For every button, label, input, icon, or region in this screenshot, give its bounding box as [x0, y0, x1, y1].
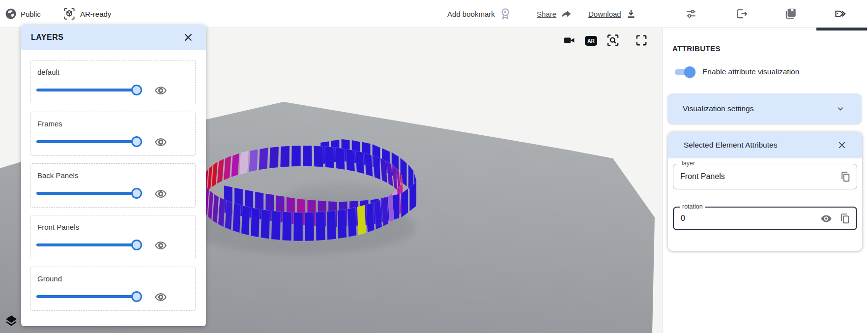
- svg-text:AR: AR: [587, 38, 595, 44]
- attributes-panel: ATTRIBUTES Enable attribute visualizatio…: [662, 28, 868, 333]
- layer-item: Front Panels: [30, 215, 196, 259]
- layer-name: Front Panels: [37, 223, 79, 231]
- selected-card-header: Selected Element Attributes: [668, 132, 862, 158]
- close-icon: [183, 32, 194, 43]
- layer-list: defaultFramesBack PanelsFront PanelsGrou…: [30, 60, 196, 318]
- toggle-knob: [684, 66, 695, 78]
- layer-name: Ground: [37, 274, 62, 283]
- add-bookmark-button[interactable]: Add bookmark: [447, 0, 512, 28]
- field-label: rotation: [680, 203, 705, 210]
- ar-ready-label: AR-ready: [80, 10, 111, 18]
- field-value: Front Panels: [680, 172, 725, 181]
- slider-track: [36, 295, 140, 298]
- layer-opacity-slider[interactable]: [36, 186, 150, 200]
- slider-track: [36, 89, 140, 91]
- layer-item: Ground: [30, 267, 196, 311]
- attribute-visualization-toggle-row: Enable attribute visualization: [674, 65, 799, 78]
- layers-close-button[interactable]: [182, 31, 194, 43]
- close-icon: [837, 140, 847, 150]
- active-tab-indicator: [816, 28, 867, 30]
- share-arrow-icon: [560, 8, 572, 20]
- visibility-eye-icon[interactable]: [154, 136, 167, 149]
- visibility-eye-icon[interactable]: [154, 187, 167, 200]
- view-settings-button[interactable]: [684, 7, 698, 21]
- video-camera-icon: [563, 34, 576, 47]
- share-label: Share: [537, 10, 556, 18]
- layer-name: Back Panels: [37, 171, 78, 180]
- slider-thumb[interactable]: [131, 240, 142, 250]
- copy-icon[interactable]: [839, 212, 851, 225]
- ar-cube-icon: [62, 7, 76, 21]
- tags-icon: [834, 7, 848, 21]
- layer-item: Frames: [30, 112, 196, 156]
- topbar: Public AR-ready Add bookmark Share: [0, 0, 868, 28]
- attributes-panel-title: ATTRIBUTES: [672, 44, 721, 53]
- slider-thumb[interactable]: [131, 291, 142, 302]
- visibility-eye-icon[interactable]: [154, 239, 167, 252]
- layer-opacity-slider[interactable]: [36, 135, 150, 149]
- download-icon: [625, 8, 637, 20]
- selected-element-attributes-card: Selected Element Attributes layerFront P…: [668, 132, 862, 251]
- layer-item: default: [30, 60, 196, 104]
- layers-panel: LAYERS defaultFramesBack PanelsFront Pan…: [21, 25, 206, 326]
- layers-toggle-button[interactable]: [4, 313, 19, 328]
- visualization-settings-expander[interactable]: Visualization settings: [667, 93, 862, 124]
- add-bookmark-label: Add bookmark: [447, 10, 495, 18]
- toggle-label: Enable attribute visualization: [702, 67, 799, 76]
- selected-card-title: Selected Element Attributes: [684, 141, 777, 150]
- slider-track: [36, 192, 140, 195]
- visualization-settings-label: Visualization settings: [683, 104, 753, 113]
- download-label: Download: [588, 10, 621, 18]
- slider-thumb[interactable]: [131, 188, 142, 199]
- layer-opacity-slider[interactable]: [36, 238, 150, 252]
- copy-icon[interactable]: [839, 170, 852, 183]
- attribute-visualization-toggle[interactable]: [674, 65, 695, 78]
- slider-thumb[interactable]: [131, 136, 142, 147]
- export-button[interactable]: [735, 7, 749, 21]
- export-icon: [735, 7, 748, 20]
- layer-opacity-slider[interactable]: [36, 290, 150, 303]
- layers-panel-title: LAYERS: [31, 33, 63, 42]
- saved-views-button[interactable]: [784, 7, 798, 21]
- download-link[interactable]: Download: [588, 0, 637, 28]
- attribute-field-layer[interactable]: layerFront Panels: [673, 164, 857, 189]
- layers-panel-header: LAYERS: [21, 25, 206, 50]
- record-camera-button[interactable]: [562, 33, 576, 47]
- bookmark-badge-icon: [499, 7, 512, 20]
- share-link[interactable]: Share: [537, 0, 572, 28]
- chevron-down-icon: [836, 104, 845, 113]
- ar-mode-button[interactable]: AR: [584, 34, 598, 48]
- field-label: layer: [679, 160, 697, 167]
- globe-icon: [5, 8, 17, 20]
- layer-item: Back Panels: [30, 163, 196, 208]
- layer-name: default: [37, 68, 59, 76]
- slider-track: [36, 140, 140, 143]
- layer-name: Frames: [37, 120, 62, 128]
- visibility-label: Public: [21, 10, 41, 18]
- tune-sliders-icon: [685, 7, 697, 20]
- field-actions: [839, 170, 852, 183]
- slider-thumb[interactable]: [131, 85, 142, 95]
- ar-ready-badge: AR-ready: [62, 0, 111, 28]
- field-actions: [820, 212, 851, 225]
- bookmark-collection-icon: [784, 7, 797, 20]
- scan-search-icon: [606, 33, 620, 47]
- layers-icon: [4, 314, 18, 328]
- field-visibility-icon[interactable]: [820, 212, 833, 225]
- visibility-status: Public: [5, 0, 41, 28]
- ar-chip-icon: AR: [584, 35, 598, 47]
- fullscreen-icon: [635, 34, 648, 47]
- tags-tab-button[interactable]: [834, 7, 848, 21]
- slider-track: [36, 243, 140, 246]
- visibility-eye-icon[interactable]: [154, 291, 167, 303]
- fullscreen-button[interactable]: [635, 33, 648, 47]
- layer-opacity-slider[interactable]: [36, 83, 150, 97]
- selected-card-close-button[interactable]: [837, 140, 847, 151]
- visibility-eye-icon[interactable]: [154, 84, 167, 97]
- app-window: Public AR-ready Add bookmark Share: [0, 0, 868, 333]
- attribute-field-rotation[interactable]: rotation0: [673, 207, 857, 230]
- field-value: 0: [681, 214, 685, 223]
- zoom-to-selection-button[interactable]: [606, 33, 620, 47]
